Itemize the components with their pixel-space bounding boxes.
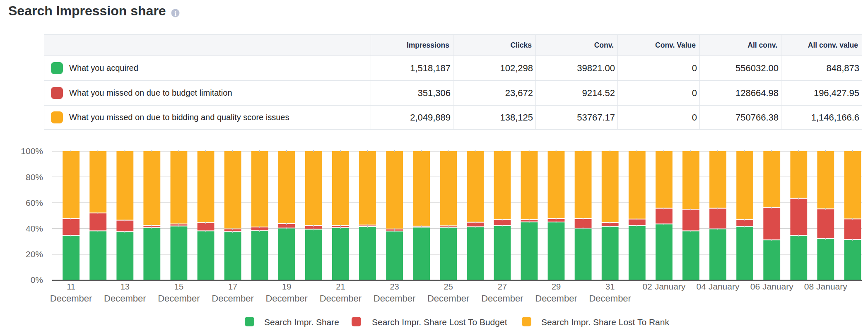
svg-text:December: December xyxy=(320,293,362,304)
svg-text:13: 13 xyxy=(121,282,130,291)
svg-text:December: December xyxy=(589,293,631,304)
svg-text:100%: 100% xyxy=(21,146,43,156)
svg-text:29: 29 xyxy=(552,282,561,291)
svg-text:Search Impr. Share: Search Impr. Share xyxy=(264,317,339,327)
svg-text:December: December xyxy=(212,293,253,304)
svg-text:0%: 0% xyxy=(31,275,43,285)
svg-text:27: 27 xyxy=(498,282,507,291)
svg-text:December: December xyxy=(481,293,523,304)
svg-text:04 January: 04 January xyxy=(697,282,740,291)
svg-text:08 January: 08 January xyxy=(804,282,847,291)
svg-text:25: 25 xyxy=(444,282,453,291)
svg-text:December: December xyxy=(265,293,307,304)
svg-text:December: December xyxy=(427,293,469,304)
svg-text:December: December xyxy=(50,293,92,304)
svg-text:02 January: 02 January xyxy=(642,282,685,291)
svg-text:11: 11 xyxy=(67,282,75,291)
svg-text:17: 17 xyxy=(228,282,237,291)
svg-text:15: 15 xyxy=(174,282,183,291)
svg-text:31: 31 xyxy=(605,282,615,291)
svg-text:December: December xyxy=(535,293,577,304)
svg-text:80%: 80% xyxy=(26,172,43,182)
svg-text:December: December xyxy=(104,293,146,304)
svg-text:21: 21 xyxy=(336,282,345,291)
svg-text:Search Impr. Share Lost To Ran: Search Impr. Share Lost To Rank xyxy=(541,317,669,327)
svg-text:60%: 60% xyxy=(26,198,43,208)
svg-text:23: 23 xyxy=(390,282,399,291)
svg-text:Search Impr. Share Lost To Bud: Search Impr. Share Lost To Budget xyxy=(372,317,507,327)
svg-text:19: 19 xyxy=(282,282,291,291)
svg-text:06 January: 06 January xyxy=(750,282,793,291)
svg-text:December: December xyxy=(158,293,200,304)
svg-text:40%: 40% xyxy=(26,224,43,233)
svg-text:i: i xyxy=(174,10,176,17)
svg-text:20%: 20% xyxy=(26,249,43,259)
svg-text:December: December xyxy=(374,293,415,304)
